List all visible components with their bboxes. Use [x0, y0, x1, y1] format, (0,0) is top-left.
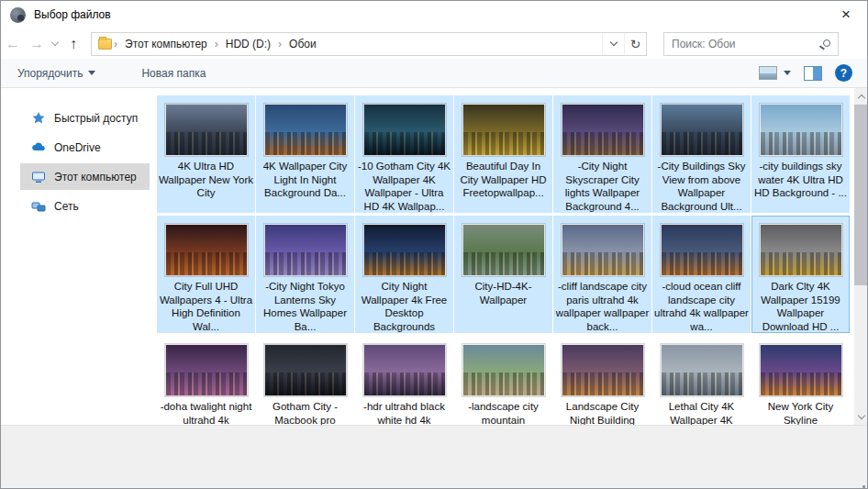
file-tile[interactable]: -city buildings sky water 4K Ultra HD HD…	[751, 95, 850, 213]
sidebar-item-label: Быстрый доступ	[54, 112, 138, 125]
file-thumbnail	[462, 104, 545, 156]
preview-pane-icon[interactable]	[804, 66, 822, 81]
file-name-label: Gotham City - Macbook pro	[258, 400, 353, 425]
refresh-icon[interactable]: ↻	[624, 33, 646, 55]
file-thumbnail	[760, 344, 842, 396]
file-thumbnail	[562, 344, 644, 396]
new-folder-button[interactable]: Новая папка	[132, 59, 215, 87]
file-tile[interactable]: -hdr ultrahd black white hd 4k	[355, 336, 453, 425]
navigation-bar: ← → ↑ › Этот компьютер › HDD (D:) › Обои…	[1, 28, 867, 59]
file-name-label: Lethal City 4K Wallpaper 4K	[654, 400, 750, 425]
window-title: Выбор файлов	[34, 8, 111, 21]
recent-locations-chevron-icon[interactable]	[49, 42, 61, 45]
sidebar-item-quick-access[interactable]: Быстрый доступ	[1, 105, 150, 131]
file-thumbnail	[562, 224, 644, 276]
file-tile[interactable]: -cliff landscape city paris ultrahd 4k w…	[553, 216, 651, 333]
file-tile[interactable]: -City Night Skyscraper City lights Wallp…	[553, 95, 651, 213]
file-thumbnail	[760, 224, 842, 276]
folder-icon	[98, 39, 112, 50]
network-icon	[31, 199, 46, 214]
address-dropdown-chevron-icon[interactable]	[602, 33, 624, 55]
help-icon[interactable]: ?	[835, 64, 852, 82]
file-name-label: -cloud ocean cliff landscape city ultrah…	[654, 280, 750, 332]
file-tile[interactable]: -City Buildings Sky View from above Wall…	[652, 95, 751, 213]
file-tile[interactable]: 4K Wallpaper City Light In Night Backgro…	[256, 95, 354, 213]
breadcrumb-separator: ›	[213, 38, 220, 50]
file-thumbnail	[165, 224, 248, 276]
scrollbar-thumb[interactable]	[854, 105, 868, 285]
organize-button[interactable]: Упорядочить	[8, 59, 105, 87]
sidebar-item-label: Сеть	[54, 200, 79, 213]
computer-icon	[31, 170, 46, 184]
breadcrumb-this-pc[interactable]: Этот компьютер	[119, 38, 213, 50]
file-open-dialog: Выбор файлов × ← → ↑ › Этот компьютер › …	[0, 0, 868, 489]
file-name-label: 4K Ultra HD Wallpaper New York City	[159, 160, 254, 200]
file-name-label: -City Night Tokyo Lanterns Sky Homes Wal…	[258, 280, 353, 332]
file-thumbnail	[462, 224, 545, 276]
file-tile[interactable]: Lethal City 4K Wallpaper 4K	[652, 336, 751, 425]
file-tile[interactable]: Landscape City Night Building	[553, 336, 651, 425]
chevron-down-icon	[784, 71, 791, 75]
main-area: Быстрый доступ OneDrive Этот компьютер С…	[1, 88, 868, 425]
file-name-label: Dark Clty 4K Wallpaper 15199 Wallpaper D…	[753, 280, 849, 332]
search-box[interactable]: Поиск: Обои	[663, 32, 839, 56]
file-name-label: 4K Wallpaper City Light In Night Backgro…	[258, 160, 353, 200]
file-tile[interactable]: City Full UHD Wallpapers 4 - Ultra High …	[157, 216, 255, 333]
address-bar[interactable]: › Этот компьютер › HDD (D:) › Обои ↻	[91, 32, 647, 56]
search-input[interactable]: Поиск: Обои	[672, 38, 809, 50]
navigation-pane: Быстрый доступ OneDrive Этот компьютер С…	[1, 88, 150, 425]
file-tile[interactable]: -cloud ocean cliff landscape city ultrah…	[652, 216, 751, 333]
star-icon	[31, 111, 46, 126]
file-tile[interactable]: -doha twalight night ultrahd 4k	[157, 336, 255, 425]
organize-label: Упорядочить	[17, 67, 83, 80]
breadcrumb-separator: ›	[276, 38, 284, 50]
file-thumbnail	[363, 344, 446, 396]
thumbnail-view-icon	[759, 66, 777, 80]
file-thumbnail	[661, 104, 743, 156]
new-folder-label: Новая папка	[141, 67, 206, 80]
sidebar-item-this-pc[interactable]: Этот компьютер	[20, 163, 150, 190]
file-tile[interactable]: Dark Clty 4K Wallpaper 15199 Wallpaper D…	[751, 216, 850, 333]
file-thumbnail	[264, 344, 347, 396]
close-icon[interactable]: ×	[832, 1, 860, 28]
sidebar-item-label: Этот компьютер	[54, 171, 137, 183]
file-tile[interactable]: New York City Skyline	[751, 336, 850, 425]
up-icon[interactable]: ↑	[61, 36, 85, 52]
breadcrumb-drive[interactable]: HDD (D:)	[220, 38, 276, 50]
title-bar: Выбор файлов ×	[1, 1, 867, 28]
file-tile[interactable]: -City Night Tokyo Lanterns Sky Homes Wal…	[256, 216, 354, 333]
file-name-label: -city buildings sky water 4K Ultra HD HD…	[753, 160, 849, 200]
chevron-down-icon	[88, 71, 95, 75]
forward-icon[interactable]: →	[25, 36, 49, 52]
file-thumbnail	[462, 344, 545, 396]
sidebar-item-onedrive[interactable]: OneDrive	[1, 134, 150, 161]
file-tile[interactable]: 4K Ultra HD Wallpaper New York City	[157, 95, 255, 213]
file-tile[interactable]: City Night Wallpaper 4k Free Desktop Bac…	[355, 216, 453, 333]
breadcrumb-folder[interactable]: Обои	[284, 38, 322, 50]
scroll-up-icon[interactable]	[854, 88, 868, 104]
change-view-button[interactable]	[759, 66, 791, 80]
file-name-label: -City Night Skyscraper City lights Wallp…	[555, 160, 651, 212]
file-tile[interactable]: -10 Gotham City 4K Wallpaper 4K Wallpape…	[355, 95, 453, 213]
vertical-scrollbar[interactable]	[854, 88, 868, 425]
file-name-label: Beautiful Day In City Wallpaper HD Freet…	[456, 160, 551, 200]
file-name-label: Landscape City Night Building	[555, 400, 651, 425]
breadcrumb-separator: ›	[112, 38, 119, 50]
file-thumbnail	[165, 104, 248, 156]
app-icon	[10, 7, 26, 23]
file-tile[interactable]: City-HD-4K-Wallpaper	[454, 216, 552, 333]
back-icon[interactable]: ←	[1, 36, 25, 52]
sidebar-item-label: OneDrive	[54, 141, 101, 154]
file-thumbnail	[363, 224, 446, 276]
file-thumbnail	[264, 224, 347, 276]
file-tile[interactable]: Beautiful Day In City Wallpaper HD Freet…	[454, 95, 552, 213]
scroll-down-icon[interactable]	[854, 409, 868, 425]
search-icon[interactable]	[823, 39, 830, 47]
file-tile[interactable]: Gotham City - Macbook pro	[256, 336, 354, 425]
sidebar-item-network[interactable]: Сеть	[1, 193, 150, 219]
footer-panel: Имя файла: All files (*.*) Открыть Отмен…	[1, 425, 867, 489]
file-tile[interactable]: -landscape city mountain	[454, 336, 552, 425]
resize-grip[interactable]	[862, 485, 865, 488]
file-name-label: -cliff landscape city paris ultrahd 4k w…	[555, 280, 651, 332]
file-name-label: -landscape city mountain	[456, 400, 551, 425]
